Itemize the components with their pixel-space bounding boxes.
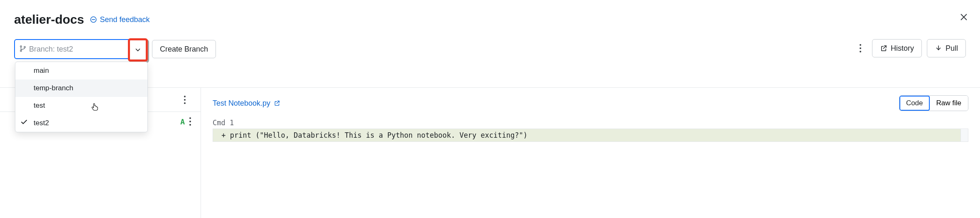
branch-option-label: main (34, 67, 49, 75)
svg-point-10 (184, 96, 186, 97)
preview-header: Test Notebook.py Code Raw file (213, 95, 968, 111)
svg-point-7 (860, 44, 861, 46)
file-list-more-button[interactable] (178, 91, 191, 109)
view-mode-toggle: Code Raw file (899, 95, 968, 111)
history-label: History (891, 44, 914, 53)
svg-point-14 (189, 121, 191, 122)
view-mode-code-label: Code (906, 99, 923, 107)
code-text: print ("Hello, Databricks! This is a Pyt… (230, 131, 527, 139)
branch-dropdown: main temp-branch test test2 (15, 62, 148, 132)
kebab-icon (859, 44, 862, 53)
close-icon (959, 12, 968, 22)
file-status-badge: A (180, 117, 185, 126)
more-actions-button[interactable] (854, 39, 867, 57)
branch-option-test[interactable]: test (15, 97, 147, 114)
svg-point-2 (93, 20, 94, 20)
send-feedback-link[interactable]: Send feedback (90, 15, 149, 24)
svg-point-13 (189, 117, 191, 119)
branch-toolbar: main temp-branch test test2 Create Bra (14, 39, 966, 59)
svg-point-15 (189, 124, 191, 126)
pull-label: Pull (946, 44, 958, 53)
create-branch-button[interactable]: Create Branch (152, 40, 216, 58)
kebab-icon (189, 117, 191, 126)
svg-point-8 (860, 47, 861, 49)
create-branch-label: Create Branch (160, 45, 208, 54)
preview-column: Test Notebook.py Code Raw file Cmd 1 + p… (201, 88, 980, 218)
branch-option-label: test2 (34, 119, 49, 127)
view-mode-raw-label: Raw file (936, 99, 961, 107)
branch-option-label: test (34, 102, 45, 110)
branch-picker[interactable]: main temp-branch test test2 (14, 39, 147, 59)
kebab-icon (184, 95, 186, 104)
branch-option-main[interactable]: main (15, 62, 147, 79)
page-title: atelier-docs (14, 12, 84, 27)
dialog-header: atelier-docs Send feedback (14, 12, 966, 27)
git-branch-icon (19, 45, 27, 54)
view-mode-code[interactable]: Code (899, 96, 930, 111)
diff-marker: + (217, 131, 230, 139)
pull-button[interactable]: Pull (927, 39, 966, 57)
branch-option-test2[interactable]: test2 (15, 114, 147, 132)
svg-point-11 (184, 99, 186, 101)
branch-option-temp-branch[interactable]: temp-branch (15, 79, 147, 97)
diff-added-line: + print ("Hello, Databricks! This is a P… (213, 129, 968, 141)
toolbar-right: History Pull (854, 39, 966, 57)
file-name-label: Test Notebook.py (213, 99, 270, 108)
svg-point-9 (860, 51, 861, 52)
cell-label: Cmd 1 (213, 119, 968, 127)
check-icon (20, 119, 28, 128)
svg-point-1 (92, 20, 93, 20)
branch-dropdown-toggle[interactable] (128, 38, 148, 62)
send-feedback-label: Send feedback (100, 15, 149, 24)
svg-point-12 (184, 102, 186, 104)
view-mode-raw[interactable]: Raw file (930, 96, 968, 111)
branch-option-label: temp-branch (34, 84, 73, 92)
external-link-icon (274, 100, 280, 107)
chat-icon (90, 16, 97, 23)
history-button[interactable]: History (872, 39, 922, 57)
download-arrow-icon (935, 45, 942, 52)
chevron-down-icon (134, 46, 142, 54)
file-row-more-button[interactable] (189, 112, 191, 131)
external-link-icon (880, 45, 887, 52)
diff-code-block: + print ("Hello, Databricks! This is a P… (213, 129, 968, 142)
scrollbar-gutter (960, 129, 968, 141)
open-file-link[interactable]: Test Notebook.py (213, 99, 280, 108)
svg-point-3 (95, 20, 95, 20)
close-button[interactable] (959, 12, 968, 23)
